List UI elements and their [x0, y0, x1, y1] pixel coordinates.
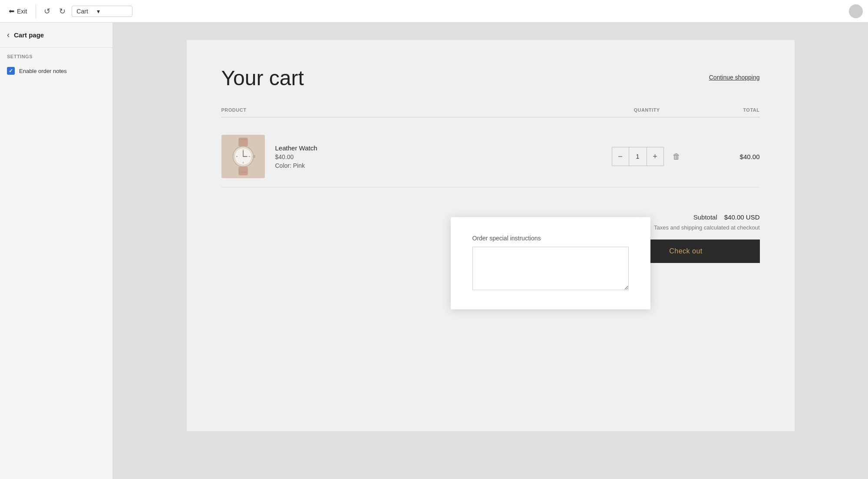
- undo-button[interactable]: ↺: [41, 5, 53, 18]
- cart-item: Leather Watch $40.00 Color: Pink − 1 + 🗑: [221, 126, 760, 187]
- cart-title: Your cart: [221, 66, 304, 90]
- product-name: Leather Watch: [275, 144, 317, 152]
- quantity-control: − 1 + 🗑: [599, 147, 695, 166]
- svg-rect-0: [238, 138, 248, 146]
- sidebar: ‹ Cart page SETTINGS Enable order notes: [0, 23, 113, 479]
- trash-icon: 🗑: [673, 152, 680, 161]
- column-total-header: TOTAL: [695, 107, 760, 113]
- settings-section-label: SETTINGS: [0, 48, 112, 63]
- quantity-increase-button[interactable]: +: [647, 147, 663, 166]
- column-quantity-header: QUANTITY: [599, 107, 695, 113]
- product-info: Leather Watch $40.00 Color: Pink: [221, 135, 599, 178]
- enable-order-notes-checkbox[interactable]: [7, 67, 15, 75]
- order-notes-textarea[interactable]: [472, 247, 629, 290]
- cart-canvas: Your cart Continue shopping PRODUCT QUAN…: [187, 40, 795, 431]
- sidebar-back-button[interactable]: ‹: [7, 30, 10, 40]
- page-dropdown-label: Cart: [76, 8, 88, 15]
- continue-shopping-link[interactable]: Continue shopping: [709, 74, 760, 81]
- user-avatar: [849, 4, 863, 18]
- quantity-decrease-button[interactable]: −: [612, 147, 629, 166]
- exit-label: Exit: [17, 8, 27, 15]
- chevron-down-icon: ▾: [97, 8, 100, 15]
- product-price: $40.00: [275, 153, 317, 160]
- cart-table-header: PRODUCT QUANTITY TOTAL: [221, 107, 760, 117]
- product-details: Leather Watch $40.00 Color: Pink: [275, 144, 317, 169]
- svg-rect-9: [253, 155, 255, 158]
- quantity-value: 1: [629, 147, 647, 166]
- watch-illustration: [226, 137, 261, 176]
- subtotal-label: Subtotal: [693, 213, 717, 221]
- delete-item-button[interactable]: 🗑: [671, 150, 682, 163]
- sidebar-header: ‹ Cart page: [0, 23, 112, 48]
- redo-button[interactable]: ↻: [56, 5, 68, 18]
- toolbar: ⬅ Exit ↺ ↻ Cart ▾: [0, 0, 868, 23]
- svg-rect-10: [238, 166, 248, 175]
- page-dropdown[interactable]: Cart ▾: [72, 6, 132, 17]
- subtotal-value: $40.00 USD: [724, 213, 760, 221]
- sidebar-title: Cart page: [14, 31, 44, 39]
- quantity-box: − 1 +: [612, 147, 664, 166]
- toolbar-divider: [36, 4, 36, 18]
- product-variant: Color: Pink: [275, 162, 317, 169]
- exit-button[interactable]: ⬅ Exit: [5, 5, 30, 17]
- enable-order-notes-option: Enable order notes: [0, 63, 112, 79]
- product-image: [221, 135, 265, 178]
- item-total: $40.00: [695, 153, 760, 160]
- toolbar-right: [849, 4, 863, 18]
- order-notes-label: Order special instructions: [472, 235, 629, 242]
- cart-header: Your cart Continue shopping: [221, 66, 760, 90]
- content-area: Your cart Continue shopping PRODUCT QUAN…: [113, 23, 868, 479]
- enable-order-notes-label: Enable order notes: [19, 68, 67, 74]
- back-arrow-icon: ‹: [7, 30, 10, 39]
- column-product-header: PRODUCT: [221, 107, 599, 113]
- exit-icon: ⬅: [9, 7, 14, 15]
- main-layout: ‹ Cart page SETTINGS Enable order notes …: [0, 23, 868, 479]
- order-notes-panel: Order special instructions: [451, 217, 650, 309]
